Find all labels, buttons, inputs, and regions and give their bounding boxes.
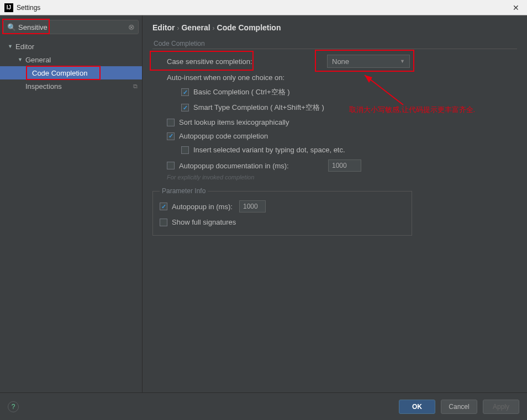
case-sensitive-select[interactable]: None ▼: [327, 55, 410, 68]
app-icon: IJ: [4, 3, 13, 12]
bottom-bar: ? OK Cancel Apply: [0, 392, 527, 420]
section-title: Code Completion: [154, 40, 517, 47]
tree-node-code-completion[interactable]: Code Completion: [0, 66, 142, 79]
search-input[interactable]: [18, 23, 128, 31]
parameter-info-legend: Parameter Info: [160, 187, 208, 195]
case-sensitive-label: Case sensitive completion:: [167, 57, 316, 66]
close-icon[interactable]: ✕: [509, 3, 523, 12]
select-value: None: [332, 57, 349, 66]
breadcrumb-sep: ›: [177, 24, 179, 32]
tree-label: Inspections: [25, 82, 62, 91]
basic-completion-checkbox[interactable]: [181, 88, 189, 96]
apply-button[interactable]: Apply: [483, 400, 519, 414]
copy-icon: ⧉: [133, 83, 138, 90]
autopopup-in-label: Autopopup in (ms):: [172, 203, 239, 211]
smart-completion-checkbox[interactable]: [181, 104, 189, 111]
breadcrumb-item: Editor: [152, 23, 175, 32]
chevron-down-icon: ▼: [8, 44, 13, 49]
chevron-down-icon: ▼: [18, 57, 23, 62]
tree-node-general[interactable]: ▼ General: [0, 53, 142, 66]
basic-completion-label: Basic Completion ( Ctrl+空格 ): [193, 87, 289, 97]
tree-node-inspections[interactable]: Inspections ⧉: [0, 79, 142, 93]
parameter-info-group: Parameter Info Autopopup in (ms): Show f…: [152, 187, 412, 236]
insert-variant-label: Insert selected variant by typing dot, s…: [193, 146, 345, 154]
breadcrumb-sep: ›: [213, 24, 215, 32]
sort-lexi-checkbox[interactable]: [167, 119, 175, 126]
show-full-sig-label: Show full signatures: [172, 218, 236, 226]
ok-button[interactable]: OK: [399, 400, 435, 414]
titlebar: IJ Settings ✕: [0, 0, 527, 15]
autopopup-doc-field[interactable]: [328, 160, 361, 172]
autopopup-in-checkbox[interactable]: [160, 203, 167, 210]
autopopup-in-field[interactable]: [239, 200, 266, 212]
breadcrumb-item: Code Completion: [217, 23, 281, 32]
clear-search-icon[interactable]: ⊗: [128, 23, 135, 31]
auto-insert-label: Auto-insert when only one choice on:: [167, 73, 284, 82]
smart-completion-label: Smart Type Completion ( Alt+Shift+空格 ): [193, 103, 324, 113]
breadcrumb: Editor›General›Code Completion: [152, 23, 517, 32]
search-icon: 🔍: [7, 23, 16, 31]
insert-variant-checkbox[interactable]: [181, 146, 189, 154]
sidebar: 🔍 ⊗ ▼ Editor ▼ General Code Completion I…: [0, 15, 143, 392]
tree-label: Editor: [15, 42, 34, 51]
autopopup-doc-hint: For explicitly invoked completion: [167, 174, 517, 180]
autopopup-cc-checkbox[interactable]: [167, 132, 175, 140]
autopopup-doc-checkbox[interactable]: [167, 162, 175, 169]
sort-lexi-label: Sort lookup items lexicographically: [179, 118, 289, 126]
autopopup-cc-label: Autopopup code completion: [179, 132, 268, 140]
window-title: Settings: [17, 4, 509, 12]
help-button[interactable]: ?: [8, 401, 19, 412]
content-pane: Editor›General›Code Completion Code Comp…: [143, 15, 527, 392]
search-input-wrapper[interactable]: 🔍 ⊗: [3, 20, 139, 34]
breadcrumb-item: General: [181, 23, 210, 32]
autopopup-doc-label: Autopopup documentation in (ms):: [179, 162, 319, 170]
cancel-button[interactable]: Cancel: [441, 400, 477, 414]
settings-tree: ▼ Editor ▼ General Code Completion Inspe…: [0, 38, 142, 392]
tree-node-editor[interactable]: ▼ Editor: [0, 40, 142, 53]
show-full-sig-checkbox[interactable]: [160, 219, 167, 226]
chevron-down-icon: ▼: [400, 59, 405, 64]
tree-label: Code Completion: [32, 69, 87, 77]
tree-label: General: [25, 56, 51, 64]
